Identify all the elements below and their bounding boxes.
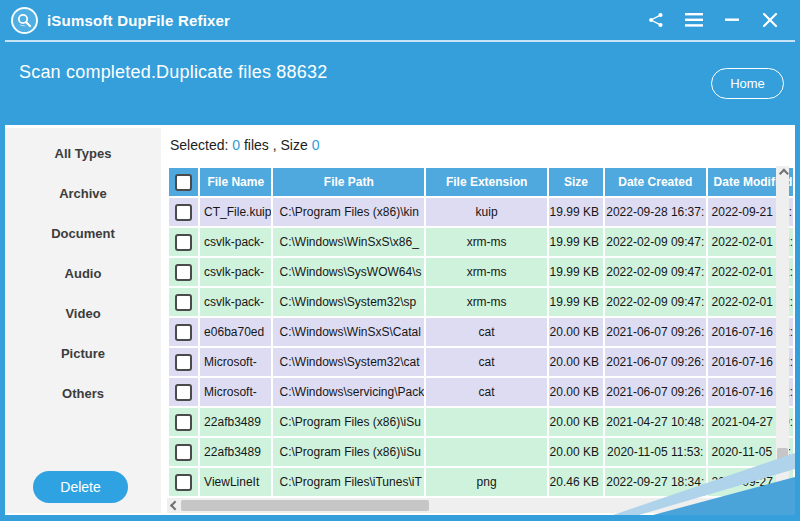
- row-checkbox-cell: [169, 318, 198, 346]
- cell-size: 19.99 KB: [549, 228, 603, 256]
- table-row[interactable]: 22afb3489C:\Program Files (x86)\iSu20.00…: [169, 438, 793, 466]
- row-checkbox-cell: [169, 288, 198, 316]
- scan-status-text: Scan completed.Duplicate files 88632: [19, 62, 327, 83]
- selection-summary: Selected: 0 files , Size 0: [170, 137, 319, 153]
- scroll-left-icon[interactable]: [167, 498, 180, 513]
- selected-middle: files , Size: [244, 137, 308, 153]
- horizontal-scrollbar[interactable]: [167, 498, 776, 513]
- cell-size: 20.00 KB: [549, 408, 603, 436]
- selected-size: 0: [312, 137, 320, 153]
- cell-name: e06ba70ed: [200, 318, 271, 346]
- table-body: CT_File.kuipC:\Program Files (x86)\kinku…: [169, 198, 793, 496]
- sidebar-item-picture[interactable]: Picture: [5, 334, 161, 374]
- cell-name: csvlk-pack-: [200, 228, 271, 256]
- cell-created: 2022-02-09 09:47:: [605, 288, 706, 316]
- cell-name: CT_File.kuip: [200, 198, 271, 226]
- cell-name: Microsoft-: [200, 348, 271, 376]
- column-header-file-path[interactable]: File Path: [273, 168, 424, 196]
- column-header-date-created[interactable]: Date Created: [605, 168, 706, 196]
- table-row[interactable]: csvlk-pack-C:\Windows\SysWOW64\sxrm-ms19…: [169, 258, 793, 286]
- row-checkbox-cell: [169, 258, 198, 286]
- table-row[interactable]: csvlk-pack-C:\Windows\System32\spxrm-ms1…: [169, 288, 793, 316]
- column-header-file-name[interactable]: File Name: [200, 168, 271, 196]
- row-checkbox-cell: [169, 198, 198, 226]
- cell-name: 22afb3489: [200, 408, 271, 436]
- table-row[interactable]: 22afb3489C:\Program Files (x86)\iSu20.00…: [169, 408, 793, 436]
- cell-path: C:\Program Files (x86)\kin: [273, 198, 424, 226]
- scroll-up-icon[interactable]: [776, 166, 789, 180]
- close-icon[interactable]: [759, 9, 781, 31]
- cell-created: 2021-06-07 09:26:: [605, 348, 706, 376]
- scroll-down-icon[interactable]: [776, 499, 789, 513]
- cell-ext: cat: [426, 318, 547, 346]
- cell-ext: xrm-ms: [426, 228, 547, 256]
- table-row[interactable]: csvlk-pack-C:\Windows\WinSxS\x86_xrm-ms1…: [169, 228, 793, 256]
- share-icon[interactable]: [645, 9, 667, 31]
- cell-ext: [426, 438, 547, 466]
- sidebar-item-archive[interactable]: Archive: [5, 174, 161, 214]
- row-checkbox-cell: [169, 378, 198, 406]
- cell-ext: [426, 408, 547, 436]
- row-checkbox[interactable]: [175, 354, 192, 371]
- cell-name: csvlk-pack-: [200, 288, 271, 316]
- vertical-scrollbar[interactable]: [776, 166, 789, 513]
- title-bar: iSumsoft DupFile Refixer: [5, 0, 795, 40]
- table-header-row: File NameFile PathFile ExtensionSizeDate…: [169, 168, 793, 196]
- cell-created: 2021-06-07 09:26:: [605, 378, 706, 406]
- selected-count: 0: [232, 137, 240, 153]
- cell-created: 2020-11-05 11:53:: [605, 438, 706, 466]
- horizontal-scroll-thumb[interactable]: [181, 500, 429, 511]
- row-checkbox-cell: [169, 228, 198, 256]
- row-checkbox[interactable]: [175, 294, 192, 311]
- cell-path: C:\Windows\System32\cat: [273, 348, 424, 376]
- row-checkbox[interactable]: [175, 414, 192, 431]
- sidebar-item-video[interactable]: Video: [5, 294, 161, 334]
- row-checkbox[interactable]: [175, 474, 192, 491]
- select-all-checkbox[interactable]: [175, 174, 192, 191]
- row-checkbox-cell: [169, 408, 198, 436]
- cell-path: C:\Program Files (x86)\iSu: [273, 438, 424, 466]
- app-window: iSumsoft DupFile Refixer Scan compl: [0, 0, 800, 521]
- scroll-right-icon[interactable]: [763, 498, 776, 513]
- cell-path: C:\Windows\SysWOW64\s: [273, 258, 424, 286]
- vertical-scroll-thumb[interactable]: [777, 448, 788, 465]
- sidebar-item-others[interactable]: Others: [5, 374, 161, 414]
- cell-created: 2022-02-09 09:47:: [605, 258, 706, 286]
- column-header-size[interactable]: Size: [549, 168, 603, 196]
- sidebar-item-audio[interactable]: Audio: [5, 254, 161, 294]
- cell-created: 2021-06-07 09:26:: [605, 318, 706, 346]
- header-band: Scan completed.Duplicate files 88632 Hom…: [5, 42, 795, 125]
- cell-path: C:\Windows\System32\sp: [273, 288, 424, 316]
- cell-ext: cat: [426, 378, 547, 406]
- hamburger-menu-icon[interactable]: [683, 9, 705, 31]
- sidebar-item-all-types[interactable]: All Types: [5, 134, 161, 174]
- row-checkbox[interactable]: [175, 234, 192, 251]
- cell-name: csvlk-pack-: [200, 258, 271, 286]
- cell-size: 19.99 KB: [549, 258, 603, 286]
- cell-path: C:\Windows\WinSxS\Catal: [273, 318, 424, 346]
- row-checkbox[interactable]: [175, 264, 192, 281]
- cell-size: 20.46 KB: [549, 468, 603, 496]
- table-row[interactable]: ViewLineItC:\Program Files\iTunes\iTpng2…: [169, 468, 793, 496]
- minimize-icon[interactable]: [721, 9, 743, 31]
- table-row[interactable]: e06ba70edC:\Windows\WinSxS\Catalcat20.00…: [169, 318, 793, 346]
- cell-ext: xrm-ms: [426, 288, 547, 316]
- column-header-file-extension[interactable]: File Extension: [426, 168, 547, 196]
- sidebar-item-document[interactable]: Document: [5, 214, 161, 254]
- cell-name: ViewLineIt: [200, 468, 271, 496]
- row-checkbox[interactable]: [175, 204, 192, 221]
- cell-size: 19.99 KB: [549, 198, 603, 226]
- home-button[interactable]: Home: [711, 68, 784, 99]
- table-row[interactable]: Microsoft-C:\Windows\System32\catcat20.0…: [169, 348, 793, 376]
- selected-label: Selected:: [170, 137, 228, 153]
- duplicates-table: File NameFile PathFile ExtensionSizeDate…: [167, 166, 795, 498]
- row-checkbox[interactable]: [175, 324, 192, 341]
- delete-button[interactable]: Delete: [33, 471, 128, 503]
- cell-path: C:\Windows\servicing\Pack: [273, 378, 424, 406]
- row-checkbox[interactable]: [175, 384, 192, 401]
- table-row[interactable]: CT_File.kuipC:\Program Files (x86)\kinku…: [169, 198, 793, 226]
- table-row[interactable]: Microsoft-C:\Windows\servicing\Packcat20…: [169, 378, 793, 406]
- app-logo-icon: [11, 7, 38, 34]
- row-checkbox-cell: [169, 438, 198, 466]
- row-checkbox[interactable]: [175, 444, 192, 461]
